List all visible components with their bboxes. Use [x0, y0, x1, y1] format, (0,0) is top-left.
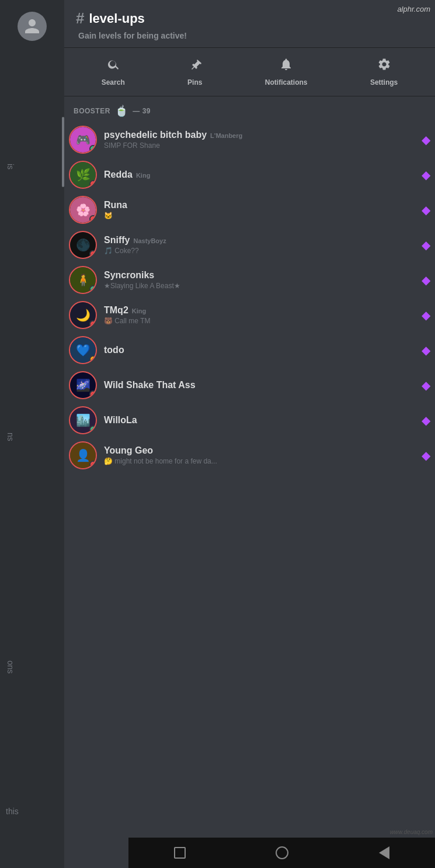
member-row[interactable]: 💙todo◆ [64, 333, 435, 368]
avatar-wrapper: 🌸 [69, 196, 97, 224]
pins-label: Pins [187, 78, 202, 87]
status-dot [89, 250, 97, 258]
member-name-row: Wild Shake That Ass [104, 380, 422, 390]
status-dot [89, 320, 97, 328]
member-name: Redda [104, 170, 133, 180]
booster-emoji: 🍵 [115, 105, 128, 117]
member-status: 🐱 [104, 212, 422, 220]
boost-diamond-icon: ◆ [422, 168, 430, 182]
settings-label: Settings [370, 78, 398, 87]
channel-header: # level-ups Gain levels for being active… [64, 0, 435, 48]
member-name: Young Geo [104, 445, 153, 456]
member-info: todo [104, 345, 422, 355]
boost-diamond-icon: ◆ [422, 203, 430, 217]
boost-diamond-icon: ◆ [422, 378, 430, 392]
settings-icon [377, 57, 391, 75]
member-row[interactable]: 🧍Syncroniks★Slaying Like A Beast★◆ [64, 262, 435, 298]
notifications-toolbar-item[interactable]: Notifications [265, 57, 308, 87]
member-name-row: WilloLa [104, 415, 422, 426]
pins-toolbar-item[interactable]: Pins [187, 57, 202, 87]
sidebar-text-3: ons [6, 660, 15, 674]
nav-back[interactable] [375, 844, 393, 862]
channel-description: Gain levels for being active! [78, 31, 423, 40]
status-dot [89, 461, 97, 468]
status-dot [89, 145, 97, 153]
avatar-wrapper: 🎮 [69, 126, 97, 154]
members-list: 🎮psychedelic bitch babyL'ManbergSIMP FOR… [64, 122, 435, 473]
watermark-bottom: www.deuaq.com [390, 829, 433, 835]
member-info: TMq2King🐻 Call me TM [104, 305, 422, 325]
member-status: 🎵 Coke?? [104, 247, 422, 255]
channel-toolbar: Search Pins Notifications [64, 48, 435, 96]
notifications-icon [279, 57, 293, 75]
member-info: Wild Shake That Ass [104, 380, 422, 390]
member-name-row: psychedelic bitch babyL'Manberg [104, 130, 422, 140]
member-info: SniffyNastyBoyz🎵 Coke?? [104, 235, 422, 255]
main-content: alphr.com # level-ups Gain levels for be… [64, 0, 435, 868]
member-name-row: SniffyNastyBoyz [104, 235, 422, 245]
status-dot [89, 285, 97, 293]
boost-diamond-icon: ◆ [422, 238, 430, 252]
member-info: WilloLa [104, 415, 422, 426]
member-info: psychedelic bitch babyL'ManbergSIMP FOR … [104, 130, 422, 150]
status-dot [89, 355, 97, 363]
member-status: SIMP FOR Shane [104, 141, 422, 150]
avatar-wrapper: 🌑 [69, 231, 97, 259]
member-name-row: Syncroniks [104, 270, 422, 281]
booster-label: BOOSTER [74, 107, 110, 115]
boost-diamond-icon: ◆ [422, 343, 430, 357]
member-row[interactable]: 🌌Wild Shake That Ass◆ [64, 368, 435, 403]
avatar-wrapper: 🧍 [69, 266, 97, 294]
member-row[interactable]: 🏙️WilloLa◆ [64, 403, 435, 438]
member-info: Young Geo🤔 might not be home for a few d… [104, 445, 422, 465]
members-section: BOOSTER 🍵 — 39 🎮psychedelic bitch babyL'… [64, 96, 435, 868]
section-header-booster: BOOSTER 🍵 — 39 [64, 96, 435, 122]
status-dot [89, 426, 97, 433]
hash-icon: # [76, 9, 84, 27]
status-dot [89, 180, 97, 188]
member-tag: L'Manberg [210, 132, 242, 139]
member-row[interactable]: 🎮psychedelic bitch babyL'ManbergSIMP FOR… [64, 122, 435, 157]
avatar-wrapper: 🌿 [69, 161, 97, 189]
home-icon [276, 846, 288, 859]
search-icon [106, 57, 120, 75]
sidebar-text-4: this [6, 807, 19, 816]
nav-home[interactable] [273, 844, 291, 862]
back-icon [379, 846, 389, 859]
member-name: psychedelic bitch baby [104, 130, 207, 140]
search-toolbar-item[interactable]: Search [102, 57, 125, 87]
sidebar-text-2: ns [6, 433, 15, 441]
boost-diamond-icon: ◆ [422, 413, 430, 427]
avatar-wrapper: 🌙 [69, 301, 97, 329]
settings-toolbar-item[interactable]: Settings [370, 57, 398, 87]
section-count: — 39 [133, 107, 151, 115]
pins-icon [188, 57, 202, 75]
member-row[interactable]: 🌑SniffyNastyBoyz🎵 Coke??◆ [64, 227, 435, 262]
member-tag: King [136, 172, 150, 179]
boost-diamond-icon: ◆ [422, 448, 430, 462]
member-row[interactable]: 🌿ReddaKing◆ [64, 157, 435, 192]
member-status: ★Slaying Like A Beast★ [104, 282, 422, 290]
member-status: 🐻 Call me TM [104, 317, 422, 325]
member-tag: King [132, 307, 146, 314]
nav-recent-apps[interactable] [171, 844, 189, 862]
member-row[interactable]: 🌙TMq2King🐻 Call me TM◆ [64, 298, 435, 333]
channel-name: level-ups [89, 11, 144, 26]
sidebar-avatar[interactable] [18, 12, 47, 41]
boost-diamond-icon: ◆ [422, 133, 430, 147]
member-name: Syncroniks [104, 270, 154, 281]
member-name-row: Young Geo [104, 445, 422, 456]
member-status: 🤔 might not be home for a few da... [104, 457, 422, 465]
member-name-row: todo [104, 345, 422, 355]
channel-title-row: # level-ups [76, 9, 423, 27]
member-name: WilloLa [104, 415, 137, 426]
notifications-label: Notifications [265, 78, 308, 87]
avatar-wrapper: 🏙️ [69, 406, 97, 434]
status-dot [89, 215, 97, 223]
member-row[interactable]: 🌸Runa🐱◆ [64, 192, 435, 227]
member-name: Wild Shake That Ass [104, 380, 196, 390]
member-name: Runa [104, 200, 127, 210]
watermark-top: alphr.com [397, 5, 430, 13]
member-row[interactable]: 👤Young Geo🤔 might not be home for a few … [64, 438, 435, 473]
member-name-row: TMq2King [104, 305, 422, 316]
